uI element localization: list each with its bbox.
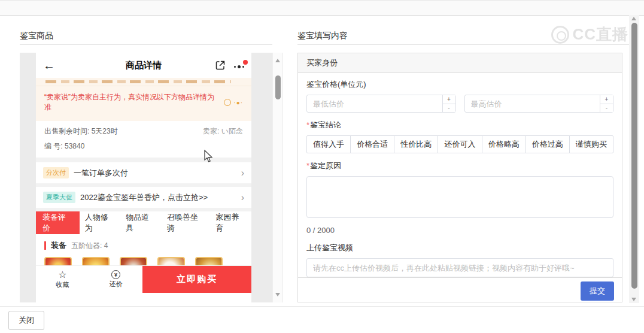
equipment-subtitle: 五阶仙器: 4: [71, 241, 108, 251]
tab-pets[interactable]: 召唤兽坐骑: [162, 211, 210, 234]
seller-notice-text: “卖家说”为卖家自主行为，真实情况以下方物品详情为准: [44, 92, 220, 113]
appraisal-form-card: 买家身份 鉴宝价格(单位元) + - + - *鉴宝结论 值得入手 价格: [297, 53, 622, 302]
buy-now-button[interactable]: 立即购买: [142, 266, 251, 293]
min-price-decrement-button[interactable]: -: [443, 104, 455, 113]
conclusion-too-high[interactable]: 价格过高: [525, 135, 570, 153]
conclusion-button-group: 值得入手 价格合适 性价比高 还价可入 价格略高 价格过高 谨慎购买: [306, 135, 613, 153]
clipped-text-line: [36, 78, 251, 86]
star-icon: ☆: [58, 270, 66, 280]
page-scrollbar[interactable]: [629, 15, 639, 303]
bargain-label: 还价: [110, 280, 123, 289]
scroll-down-icon[interactable]: [275, 293, 280, 296]
installment-row[interactable]: 分次付 一笔订单多次付 ›: [36, 162, 251, 183]
share-icon[interactable]: [215, 60, 226, 71]
remaining-time: 出售剩余时间: 5天23时: [44, 126, 118, 137]
max-price-input-wrap: + -: [464, 95, 614, 113]
required-asterisk: *: [306, 161, 309, 170]
scroll-up-icon[interactable]: [631, 17, 636, 20]
footer-divider: [0, 306, 644, 307]
left-panel-divider: [20, 44, 272, 45]
left-panel-scrollbar[interactable]: [272, 53, 282, 302]
product-preview-panel: ← 商品详情 “卖家说”为卖家自主行为，真实情况以下方物品详情为准 ·●·: [20, 53, 283, 302]
reason-label: *鉴定原因: [306, 161, 613, 171]
conclusion-worth-buying[interactable]: 值得入手: [306, 135, 351, 153]
cc-logo-icon: [551, 26, 569, 44]
tab-equip-review[interactable]: 装备评价: [36, 211, 80, 234]
max-price-decrement-button[interactable]: -: [600, 104, 613, 113]
bargain-icon: ¥: [111, 270, 120, 279]
product-detail-header: ← 商品详情: [36, 53, 251, 78]
section-marker: [44, 241, 46, 250]
item-number: 编 号: 53840: [44, 141, 243, 152]
conclusion-bargain-ok[interactable]: 还价可入: [438, 135, 482, 153]
equipment-title: 装备: [51, 240, 66, 251]
seller-name: 卖家: い陌念: [203, 126, 243, 137]
scroll-down-icon[interactable]: [631, 298, 636, 301]
char-counter: 0 / 2000: [306, 226, 613, 235]
max-price-input[interactable]: [465, 99, 598, 108]
tab-items[interactable]: 物品道具: [120, 211, 162, 234]
promo-text: 2022鎏金宝鉴年兽香炉，点击立抢>>: [80, 192, 208, 203]
back-icon[interactable]: ←: [43, 59, 59, 72]
min-price-increment-button[interactable]: +: [443, 95, 455, 104]
info-icon[interactable]: [224, 99, 231, 106]
notification-dot: [243, 60, 248, 65]
purchase-action-bar: ☆ 收藏 ¥ 还价 立即购买: [36, 266, 251, 293]
buyer-identity-header: 买家身份: [298, 53, 622, 73]
seller-notice: “卖家说”为卖家自主行为，真实情况以下方物品详情为准 ·●·: [36, 86, 251, 121]
max-price-increment-button[interactable]: +: [600, 95, 613, 104]
installment-text: 一笔订单多次付: [74, 168, 128, 178]
top-bar: [0, 1, 644, 16]
left-panel-title: 鉴宝商品: [20, 31, 53, 41]
chevron-right-icon: ›: [241, 193, 244, 202]
chevron-right-icon: ›: [241, 168, 244, 178]
scrollbar-thumb[interactable]: [631, 23, 637, 289]
favorite-button[interactable]: ☆ 收藏: [36, 266, 89, 293]
conclusion-label: *鉴宝结论: [306, 120, 613, 131]
conclusion-buy-cautiously[interactable]: 谨慎购买: [569, 135, 613, 153]
conclusion-slightly-high[interactable]: 价格略高: [482, 135, 526, 153]
conclusion-good-value[interactable]: 性价比高: [394, 135, 438, 153]
video-link-input[interactable]: [306, 258, 613, 277]
min-price-input[interactable]: [307, 99, 440, 108]
close-button[interactable]: 关闭: [8, 311, 44, 330]
submit-button[interactable]: 提交: [581, 281, 614, 301]
product-detail-view: ← 商品详情 “卖家说”为卖家自主行为，真实情况以下方物品详情为准 ·●·: [36, 53, 251, 302]
required-asterisk: *: [306, 120, 309, 129]
scrollbar-thumb[interactable]: [275, 75, 281, 99]
more-menu-icon[interactable]: [234, 63, 244, 68]
promo-row[interactable]: 夏季大促 2022鎏金宝鉴年兽香炉，点击立抢>> ›: [36, 187, 251, 208]
promo-badge: 夏季大促: [43, 192, 75, 203]
video-label: 上传鉴宝视频: [306, 243, 613, 253]
favorite-label: 收藏: [56, 280, 69, 289]
reason-textarea[interactable]: [306, 176, 613, 218]
tab-character[interactable]: 人物修为: [80, 211, 121, 234]
right-panel-title: 鉴宝填写内容: [297, 31, 348, 41]
category-tabbar: 装备评价 人物修为 物品道具 召唤兽坐骑 家园养育: [36, 211, 251, 234]
installment-badge: 分次付: [43, 167, 69, 178]
right-panel-divider: [297, 44, 630, 45]
price-label: 鉴宝价格(单位元): [306, 79, 613, 90]
sale-info: 出售剩余时间: 5天23时 卖家: い陌念 编 号: 53840: [36, 121, 251, 158]
notice-dots-icon: ·●·: [233, 99, 243, 106]
min-price-input-wrap: + -: [306, 95, 456, 113]
tab-home[interactable]: 家园养育: [210, 211, 251, 234]
conclusion-fair-price[interactable]: 价格合适: [350, 135, 394, 153]
form-footer: 提交: [298, 277, 622, 304]
scroll-up-icon[interactable]: [275, 59, 280, 62]
bargain-button[interactable]: ¥ 还价: [89, 266, 142, 293]
cc-live-watermark: CC直播: [551, 24, 628, 45]
